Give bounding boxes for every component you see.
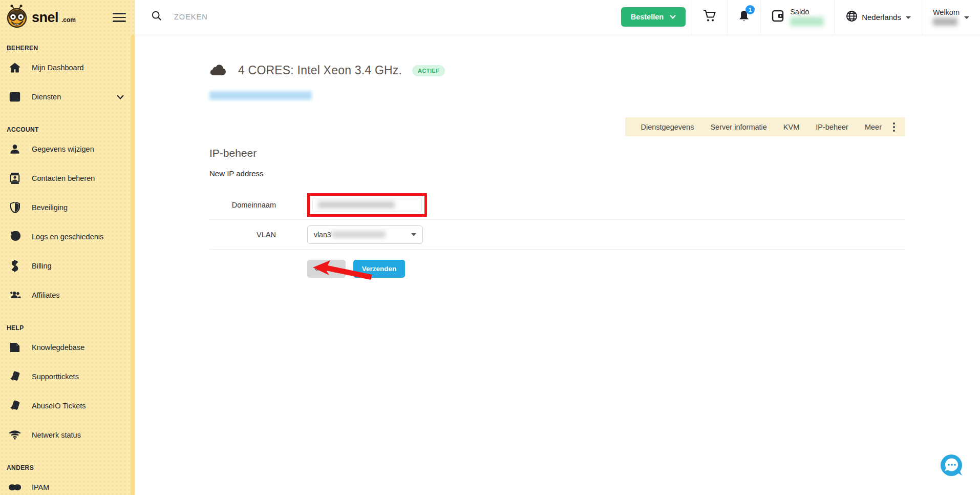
history-icon xyxy=(8,231,22,243)
dollar-icon xyxy=(8,260,22,272)
service-tabs: Dienstgegevens Server informatie KVM IP-… xyxy=(625,117,905,136)
balance-label: Saldo xyxy=(790,8,824,16)
sidebar-item-affiliates[interactable]: Affiliates xyxy=(0,280,135,310)
welcome-label: Welkom xyxy=(933,8,960,16)
caret-down-icon xyxy=(964,16,969,19)
user-icon xyxy=(8,143,22,155)
affiliates-icon xyxy=(8,289,22,301)
sidebar-section-help: HELP xyxy=(0,324,135,333)
language-selector[interactable]: Nederlands xyxy=(835,0,922,34)
chevron-down-icon xyxy=(117,92,124,101)
domain-label: Domeinnaam xyxy=(209,201,276,209)
tickets-icon xyxy=(8,400,22,412)
network-icon xyxy=(8,429,22,441)
annotation-red-arrow xyxy=(312,260,374,283)
vlan-label: VLAN xyxy=(209,231,276,239)
tab-dienstgegevens[interactable]: Dienstgegevens xyxy=(632,123,702,131)
notifications-group[interactable]: 1 xyxy=(727,0,760,34)
domain-row: Domeinnaam xyxy=(209,190,905,220)
kebab-menu-icon[interactable] xyxy=(890,122,899,132)
brand-name: snel xyxy=(32,10,58,26)
sidebar-item-gegevens-wijzigen[interactable]: Gegevens wijzigen xyxy=(0,134,135,163)
home-icon xyxy=(8,61,22,74)
vlan-row: VLAN vlan3 xyxy=(209,220,905,250)
search-input[interactable] xyxy=(174,13,348,21)
chevron-down-icon xyxy=(411,233,416,236)
cart-group[interactable] xyxy=(692,0,727,34)
annotation-red-box xyxy=(307,193,427,217)
cart-icon xyxy=(703,10,716,24)
brand-tld: .com xyxy=(61,16,76,24)
subsection-title: New IP address xyxy=(209,169,905,178)
username-redacted xyxy=(933,18,957,26)
sidebar-item-billing[interactable]: Billing xyxy=(0,251,135,280)
notification-count-badge: 1 xyxy=(745,5,755,14)
main-content: 4 CORES: Intel Xeon 3.4 GHz. ACTIEF Dien… xyxy=(135,35,980,495)
sidebar-item-ipam[interactable]: IPAM xyxy=(0,472,135,495)
sidebar-item-diensten[interactable]: Diensten xyxy=(0,82,135,111)
service-link-redacted[interactable] xyxy=(209,91,312,100)
language-label: Nederlands xyxy=(862,13,901,22)
bell-icon xyxy=(738,15,750,24)
sidebar-section-anders: ANDERS xyxy=(0,464,135,472)
brand-logo[interactable]: snel .com xyxy=(6,5,76,30)
sidebar-item-mijn-dashboard[interactable]: Mijn Dashboard xyxy=(0,53,135,82)
sidebar-item-beveiliging[interactable]: Beveiliging xyxy=(0,193,135,222)
link-icon xyxy=(8,481,22,493)
status-badge: ACTIEF xyxy=(412,65,445,76)
domain-value-redacted xyxy=(318,201,395,208)
tab-ip-beheer[interactable]: IP-beheer xyxy=(807,123,857,131)
sidebar-section-beheren: BEHEREN xyxy=(0,45,135,53)
shield-icon xyxy=(8,201,22,214)
sidebar-item-supporttickets[interactable]: Supporttickets xyxy=(0,362,135,391)
sidebar-item-logs-geschiedenis[interactable]: Logs en geschiedenis xyxy=(0,222,135,251)
knowledgebase-icon xyxy=(8,341,22,354)
sidebar-item-abuseio-tickets[interactable]: AbuseIO Tickets xyxy=(0,391,135,420)
sidebar-section-account: ACCOUNT xyxy=(0,126,135,134)
page-title: 4 CORES: Intel Xeon 3.4 GHz. xyxy=(238,64,402,77)
sidebar-item-knowlegdebase[interactable]: Knowlegdebase xyxy=(0,333,135,362)
hamburger-menu-icon[interactable] xyxy=(113,10,126,25)
section-title: IP-beheer xyxy=(209,147,905,159)
tab-kvm[interactable]: KVM xyxy=(775,123,807,131)
balance-amount-redacted xyxy=(790,17,824,26)
tickets-icon xyxy=(8,370,22,383)
form-actions: « Terug Verzenden xyxy=(209,254,905,283)
balance-group[interactable]: Saldo xyxy=(760,0,835,34)
order-button[interactable]: Bestellen xyxy=(621,7,686,27)
bee-mascot-icon xyxy=(6,5,29,30)
wallet-icon xyxy=(772,9,785,25)
globe-icon xyxy=(846,10,858,24)
chat-bubble-icon[interactable] xyxy=(940,454,964,479)
cloud-icon xyxy=(209,64,226,77)
sidebar: snel .com BEHEREN Mijn Dashboard Dienste… xyxy=(0,0,135,495)
services-icon xyxy=(8,91,22,103)
search-icon[interactable] xyxy=(151,10,162,24)
sidebar-item-netwerk-status[interactable]: Netwerk status xyxy=(0,420,135,449)
vlan-value-redacted xyxy=(332,231,386,238)
new-ip-form: Domeinnaam VLAN vlan3 « Terug Verzen xyxy=(209,190,905,283)
domain-input[interactable] xyxy=(312,198,422,212)
topbar: Bestellen 1 xyxy=(135,0,980,34)
vlan-select[interactable]: vlan3 xyxy=(307,225,423,244)
tab-meer[interactable]: Meer xyxy=(857,123,890,131)
user-menu[interactable]: Welkom xyxy=(922,0,980,34)
tab-server-informatie[interactable]: Server informatie xyxy=(702,123,775,131)
sidebar-item-contacten-beheren[interactable]: Contacten beheren xyxy=(0,163,135,193)
sidebar-scrollbar[interactable] xyxy=(131,35,135,495)
chevron-down-icon xyxy=(670,15,676,19)
caret-down-icon xyxy=(906,16,911,19)
contacts-icon xyxy=(8,172,22,184)
